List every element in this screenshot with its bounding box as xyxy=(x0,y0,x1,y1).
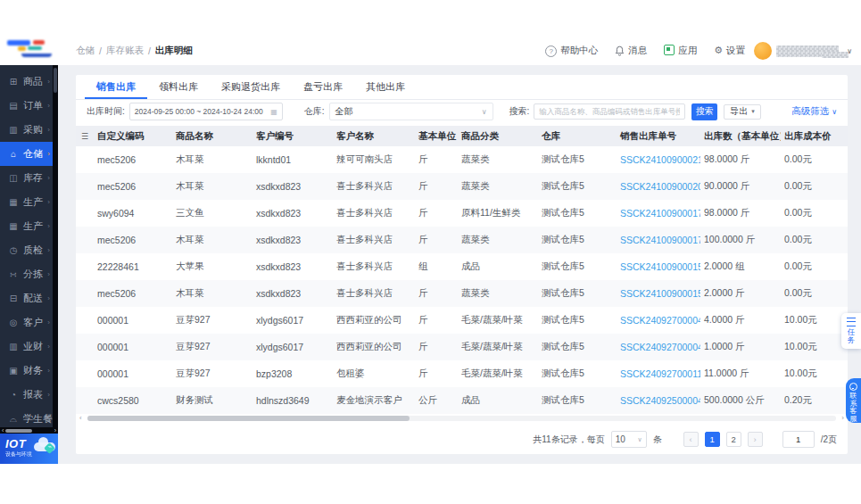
sidebar-item-sorting[interactable]: ∺分拣› xyxy=(0,262,58,286)
cell-outbound-no[interactable]: SSCK24092700004 xyxy=(617,334,700,360)
tasks-label: 任务 xyxy=(847,328,856,344)
cell-outbound-no[interactable]: SSCK24100900017 xyxy=(617,227,700,253)
column-header-customer-code: 客户编号 xyxy=(253,126,333,146)
cell-custom-code: mec5206 xyxy=(94,173,172,200)
table-row: mec5206木耳菜xsdkxd823喜士多科兴店斤蔬菜类测试仓库5SSCK24… xyxy=(76,227,848,253)
chevron-right-icon: › xyxy=(47,367,50,375)
cell-product-name: 豆芽927 xyxy=(172,334,253,360)
next-page-button[interactable]: › xyxy=(748,432,763,447)
cell-cost-price: 0.00元 xyxy=(781,280,848,307)
page-button-1[interactable]: 1 xyxy=(705,432,720,447)
warehouse-select[interactable]: 全部 ∨ xyxy=(329,103,493,120)
sidebar-item-inventory[interactable]: ◫库存› xyxy=(0,166,58,190)
row-spacer xyxy=(76,307,94,334)
sidebar-item-label: 业财 xyxy=(23,340,43,353)
logo-shape xyxy=(33,40,45,45)
sidebar-item-products[interactable]: ⊞商品› xyxy=(0,70,58,94)
page-button-2[interactable]: 2 xyxy=(726,432,741,447)
sidebar-item-purchasing[interactable]: ▥采购› xyxy=(0,118,58,142)
cell-customer-code: xsdkxd823 xyxy=(253,280,333,307)
user-menu[interactable]: ∨ xyxy=(754,40,852,62)
orders-icon: ▤ xyxy=(8,101,19,111)
prev-page-button[interactable]: ‹ xyxy=(683,432,699,447)
per-page-select[interactable]: 10 ∨ xyxy=(611,431,647,448)
sidebar-item-business-finance[interactable]: ▥业财› xyxy=(0,335,58,359)
cell-quantity: 90.0000 斤 xyxy=(700,173,781,200)
calendar-icon: ▦ xyxy=(270,108,277,116)
chevron-down-icon: ▾ xyxy=(751,108,755,115)
tab-loss-outbound[interactable]: 盘亏出库 xyxy=(292,75,354,99)
quality-check-icon: ◷ xyxy=(8,245,19,255)
messages-button[interactable]: 消息 xyxy=(615,45,647,57)
breadcrumb-item[interactable]: 库存账表 xyxy=(106,45,144,57)
cell-cost-price: 10.00元 xyxy=(781,334,848,360)
cell-cost-price: 10.00元 xyxy=(781,360,848,387)
chevron-right-icon: › xyxy=(47,78,50,86)
cell-outbound-no[interactable]: SSCK24100900015 xyxy=(617,280,700,307)
sidebar-item-label: 生产 xyxy=(23,219,43,233)
pagination: 共11条记录，每页 10 ∨ 条 ‹ 12 › /2页 xyxy=(87,431,837,448)
tab-material-outbound[interactable]: 领料出库 xyxy=(147,75,210,99)
scroll-right-icon[interactable]: › xyxy=(841,415,844,422)
page-jump-input[interactable] xyxy=(782,431,815,448)
scrollbar-thumb[interactable] xyxy=(87,416,410,421)
cell-outbound-no[interactable]: SSCK24092700004 xyxy=(617,307,700,334)
cell-base-unit: 斤 xyxy=(415,334,458,360)
cell-category: 毛菜/蔬菜/叶菜 xyxy=(458,334,538,360)
contact-support-button[interactable]: 联系客服 xyxy=(846,378,861,423)
sidebar-item-orders[interactable]: ▤订单› xyxy=(0,94,58,118)
column-settings-icon[interactable]: ☰ xyxy=(76,126,94,146)
cell-outbound-no[interactable]: SSCK24092700011 xyxy=(617,360,700,387)
sidebar-item-delivery[interactable]: ⊟配送› xyxy=(0,286,58,310)
cell-category: 成品 xyxy=(458,253,538,280)
cell-category: 成品 xyxy=(458,387,538,414)
help-center-button[interactable]: ?帮助中心 xyxy=(545,45,598,57)
tab-purchase-return-outbound[interactable]: 采购退货出库 xyxy=(210,75,292,99)
export-button[interactable]: 导出 ▾ xyxy=(724,104,761,120)
advanced-filter-toggle[interactable]: 高级筛选 ∨ xyxy=(791,105,837,118)
reports-icon: ◔ xyxy=(8,390,19,400)
sidebar-item-label: 财务 xyxy=(23,364,43,377)
cell-outbound-no[interactable]: SSCK24100900015 xyxy=(617,253,700,280)
sidebar-item-warehouse[interactable]: ⌂仓储› xyxy=(0,142,58,166)
cell-outbound-no[interactable]: SSCK24100900021 xyxy=(617,146,700,173)
cell-customer-name: 喜士多科兴店 xyxy=(333,227,415,253)
table-horizontal-scrollbar[interactable]: ‹ › xyxy=(79,415,844,422)
cell-product-name: 财务测试 xyxy=(172,387,253,414)
cell-customer-name: 喜士多科兴店 xyxy=(333,173,415,200)
cell-base-unit: 斤 xyxy=(415,280,458,307)
topbar: 仓储 / 库存账表 / 出库明细 ?帮助中心消息应用⚙设置 ∨ xyxy=(0,36,861,66)
warehouse-icon: ⌂ xyxy=(8,149,19,159)
records-total-text: 共11条记录，每页 xyxy=(533,434,604,446)
settings-button[interactable]: ⚙设置 xyxy=(714,45,745,57)
cell-cost-price: 0.00元 xyxy=(781,227,848,253)
search-input[interactable] xyxy=(534,103,685,120)
cell-outbound-no[interactable]: SSCK24100900017 xyxy=(617,200,700,227)
table-row: 000001豆芽927bzp3208包租婆斤毛菜/蔬菜/叶菜测试仓库5SSCK2… xyxy=(76,360,848,387)
breadcrumb-item[interactable]: 仓储 xyxy=(76,45,95,57)
search-button[interactable]: 搜索 xyxy=(691,103,717,120)
scroll-left-icon[interactable]: ‹ xyxy=(79,415,82,422)
tasks-widget[interactable]: 任务 xyxy=(841,313,861,349)
sidebar-item-production-2[interactable]: ▦生产› xyxy=(0,214,58,238)
tab-sales-outbound[interactable]: 销售出库 xyxy=(85,75,147,99)
sidebar-item-quality-check[interactable]: ◷质检› xyxy=(0,238,58,262)
cell-base-unit: 公斤 xyxy=(415,387,458,414)
tab-other-outbound[interactable]: 其他出库 xyxy=(354,75,417,99)
chevron-down-icon: ∨ xyxy=(832,108,837,116)
cell-outbound-no[interactable]: SSCK24092500004 xyxy=(617,387,700,414)
sidebar-item-finance[interactable]: ▣财务› xyxy=(0,359,58,383)
cell-quantity: 1.0000 斤 xyxy=(700,334,781,360)
date-range-input[interactable]: 2024-09-25 00:00 ~ 2024-10-24 24:00 ▦ xyxy=(129,103,283,120)
sidebar-item-reports[interactable]: ◔报表› xyxy=(0,383,58,407)
cell-quantity: 2.0000 组 xyxy=(700,253,781,280)
sidebar-item-production[interactable]: ▦生产› xyxy=(0,190,58,214)
sidebar-horizontal-scrollbar[interactable]: ‹ › xyxy=(0,427,58,434)
sidebar-item-label: 配送 xyxy=(23,292,43,305)
iot-banner[interactable]: IOT 设备与环境 ⌁ xyxy=(0,434,58,464)
cell-category: 蔬菜类 xyxy=(458,227,538,253)
cell-outbound-no[interactable]: SSCK24100900020 xyxy=(617,173,700,200)
cell-cost-price: 10.00元 xyxy=(781,307,848,334)
sidebar-item-customers[interactable]: ◎客户› xyxy=(0,310,58,335)
apps-button[interactable]: 应用 xyxy=(664,45,697,57)
